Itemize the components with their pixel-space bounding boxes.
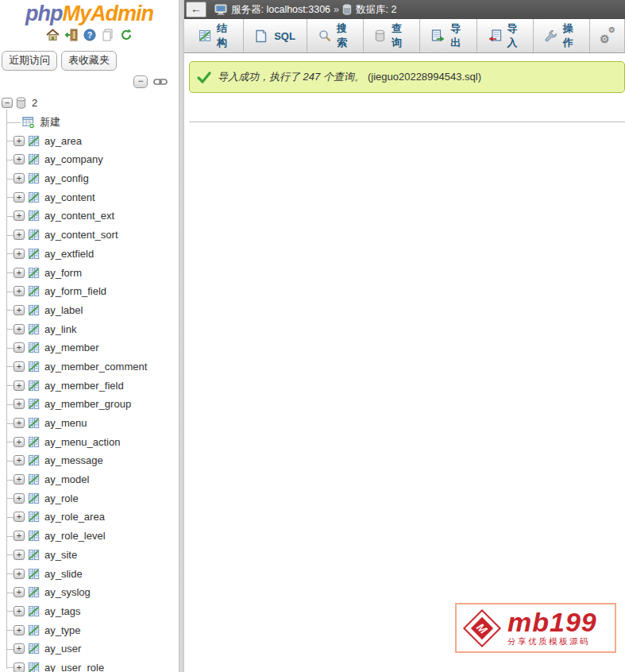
toolbar-tab-搜索[interactable]: 搜索 [307, 19, 364, 52]
toggle-navigation-button[interactable]: ← [186, 2, 206, 17]
toolbar-tab-结构[interactable]: 结构 [187, 19, 244, 52]
toolbar-tab-导出[interactable]: 导出 [420, 19, 476, 52]
expand-toggle[interactable]: + [14, 305, 25, 315]
expand-toggle[interactable]: + [14, 230, 25, 240]
expand-toggle[interactable]: + [14, 493, 25, 504]
table-icon [28, 492, 40, 504]
toolbar-tab-more[interactable]: ⚙⚙ [590, 19, 625, 52]
tree-item-table[interactable]: +ay_member [0, 338, 179, 357]
tree-item-table[interactable]: +ay_model [0, 470, 179, 489]
toolbar-tab-label: 导出 [450, 21, 465, 50]
collapse-toggle[interactable]: − [2, 98, 13, 108]
tree-item-table[interactable]: +ay_config [0, 169, 179, 188]
expand-toggle[interactable]: + [14, 512, 25, 522]
success-message-text: 导入成功，执行了 247 个查询。 [218, 71, 365, 83]
tree-item-table[interactable]: +ay_user_role [0, 658, 179, 672]
tree-item-table[interactable]: +ay_form_field [0, 282, 179, 301]
expand-toggle[interactable]: + [14, 643, 25, 654]
success-message: 导入成功，执行了 247 个查询。(jieguo20228994543.sql) [189, 61, 625, 93]
expand-toggle[interactable]: + [14, 399, 25, 409]
navigation-quick-tabs: 近期访问表收藏夹 [0, 51, 179, 71]
tree-item-table[interactable]: +ay_member_field [0, 376, 179, 395]
expand-toggle[interactable]: + [14, 380, 25, 391]
quick-tab-1[interactable]: 表收藏夹 [61, 51, 117, 71]
panel-resize-handle[interactable] [179, 0, 184, 672]
tree-item-table[interactable]: +ay_site [0, 546, 179, 565]
toolbar-tab-label: 导入 [507, 21, 522, 50]
table-name: ay_role_area [44, 511, 105, 523]
tree-item-table[interactable]: +ay_message [0, 451, 179, 470]
expand-toggle[interactable]: + [14, 173, 25, 183]
tree-item-table[interactable]: +ay_menu [0, 414, 179, 433]
table-icon [28, 323, 40, 335]
tree-item-table[interactable]: +ay_role_area [0, 508, 179, 527]
phpmyadmin-logo[interactable]: phpMyAdmin [0, 0, 179, 25]
expand-toggle[interactable]: + [14, 550, 25, 560]
tree-item-table[interactable]: +ay_content [0, 187, 179, 207]
tree-item-new-table[interactable]: 新建 [0, 113, 179, 132]
expand-toggle[interactable]: + [14, 531, 25, 541]
tree-item-table[interactable]: +ay_content_sort [0, 226, 179, 245]
breadcrumb-separator: » [334, 4, 339, 15]
expand-toggle[interactable]: + [14, 268, 25, 278]
tree-item-table[interactable]: +ay_label [0, 301, 179, 320]
toolbar-tab-操作[interactable]: 操作 [534, 19, 590, 52]
tree-item-table[interactable]: +ay_role_level [0, 527, 179, 546]
collapse-all-button[interactable]: − [133, 75, 148, 88]
docs-icon[interactable] [101, 29, 115, 42]
expand-toggle[interactable]: + [14, 662, 25, 672]
tree-item-table[interactable]: +ay_link [0, 319, 179, 338]
expand-toggle[interactable]: + [14, 361, 25, 372]
expand-toggle[interactable]: + [14, 154, 25, 164]
tree-item-database-root[interactable]: − 2 [0, 94, 179, 113]
table-name: ay_user [44, 643, 81, 655]
tree-item-table[interactable]: +ay_member_comment [0, 357, 179, 377]
table-name: ay_site [44, 549, 77, 561]
tree-item-table[interactable]: +ay_syslog [0, 583, 179, 602]
tree-item-table[interactable]: +ay_member_group [0, 395, 179, 414]
expand-toggle[interactable]: + [14, 418, 25, 428]
tree-item-table[interactable]: +ay_content_ext [0, 207, 179, 226]
logout-icon[interactable] [64, 29, 79, 42]
tree-item-table[interactable]: +ay_slide [0, 564, 179, 583]
tree-item-table[interactable]: +ay_extfield [0, 245, 179, 264]
table-icon [28, 172, 40, 184]
breadcrumb-server[interactable]: 服务器: localhost:3306 [214, 3, 330, 17]
expand-toggle[interactable]: + [14, 210, 25, 221]
quick-tab-0[interactable]: 近期访问 [2, 51, 57, 71]
home-icon[interactable] [46, 29, 60, 42]
expand-toggle[interactable]: + [14, 606, 25, 616]
breadcrumb-database[interactable]: 数据库: 2 [342, 3, 396, 17]
tree-item-table[interactable]: +ay_menu_action [0, 432, 179, 451]
expand-toggle[interactable]: + [14, 587, 25, 597]
toolbar-tab-导入[interactable]: 导入 [477, 19, 534, 52]
tree-item-table[interactable]: +ay_user [0, 639, 179, 658]
expand-toggle[interactable]: + [14, 625, 25, 635]
expand-toggle[interactable]: + [14, 286, 25, 296]
expand-toggle[interactable]: + [14, 192, 25, 203]
tree-item-table[interactable]: +ay_role [0, 489, 179, 508]
tree-item-table[interactable]: +ay_area [0, 131, 179, 150]
refresh-icon[interactable] [119, 29, 133, 42]
expand-toggle[interactable]: + [14, 324, 25, 334]
table-icon [28, 304, 40, 316]
help-icon[interactable]: ? [83, 29, 97, 42]
tree-item-table[interactable]: +ay_company [0, 150, 179, 169]
expand-toggle[interactable]: + [14, 569, 25, 579]
toolbar-tab-查询[interactable]: 查询 [364, 19, 420, 52]
expand-toggle[interactable]: + [14, 437, 25, 447]
expand-toggle[interactable]: + [14, 342, 25, 353]
expand-toggle[interactable]: + [14, 249, 25, 259]
breadcrumb-database-label: 数据库: 2 [356, 3, 396, 17]
server-breadcrumb-bar: ← 服务器: localhost:3306 » 数据库: 2 [184, 0, 625, 19]
table-icon [28, 267, 40, 279]
tree-item-table[interactable]: +ay_type [0, 620, 179, 639]
expand-toggle[interactable]: + [14, 455, 25, 465]
expand-toggle[interactable]: + [14, 136, 25, 146]
tree-item-table[interactable]: +ay_form [0, 263, 179, 282]
tree-item-table[interactable]: +ay_tags [0, 602, 179, 621]
table-icon [28, 662, 40, 672]
expand-toggle[interactable]: + [14, 474, 25, 485]
toolbar-tab-SQL[interactable]: SQL [244, 19, 307, 52]
link-with-main-panel-icon[interactable] [153, 78, 168, 86]
